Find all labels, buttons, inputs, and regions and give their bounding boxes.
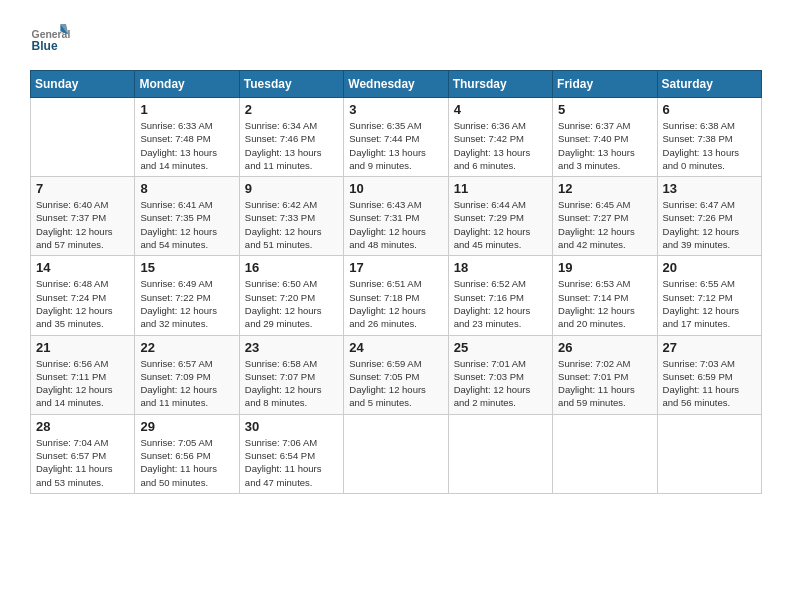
day-info: Sunrise: 6:59 AM Sunset: 7:05 PM Dayligh… bbox=[349, 357, 442, 410]
day-number: 23 bbox=[245, 340, 338, 355]
calendar-cell bbox=[657, 414, 761, 493]
day-info: Sunrise: 6:56 AM Sunset: 7:11 PM Dayligh… bbox=[36, 357, 129, 410]
calendar-cell: 15Sunrise: 6:49 AM Sunset: 7:22 PM Dayli… bbox=[135, 256, 239, 335]
day-number: 12 bbox=[558, 181, 651, 196]
calendar-cell: 11Sunrise: 6:44 AM Sunset: 7:29 PM Dayli… bbox=[448, 177, 552, 256]
day-number: 17 bbox=[349, 260, 442, 275]
calendar-cell: 5Sunrise: 6:37 AM Sunset: 7:40 PM Daylig… bbox=[553, 98, 657, 177]
day-info: Sunrise: 7:06 AM Sunset: 6:54 PM Dayligh… bbox=[245, 436, 338, 489]
calendar-cell: 19Sunrise: 6:53 AM Sunset: 7:14 PM Dayli… bbox=[553, 256, 657, 335]
calendar-cell: 22Sunrise: 6:57 AM Sunset: 7:09 PM Dayli… bbox=[135, 335, 239, 414]
day-info: Sunrise: 6:44 AM Sunset: 7:29 PM Dayligh… bbox=[454, 198, 547, 251]
day-info: Sunrise: 6:36 AM Sunset: 7:42 PM Dayligh… bbox=[454, 119, 547, 172]
day-number: 13 bbox=[663, 181, 756, 196]
calendar-cell: 3Sunrise: 6:35 AM Sunset: 7:44 PM Daylig… bbox=[344, 98, 448, 177]
day-number: 5 bbox=[558, 102, 651, 117]
day-number: 14 bbox=[36, 260, 129, 275]
logo: General Blue bbox=[30, 20, 74, 60]
day-number: 11 bbox=[454, 181, 547, 196]
day-number: 24 bbox=[349, 340, 442, 355]
day-info: Sunrise: 6:53 AM Sunset: 7:14 PM Dayligh… bbox=[558, 277, 651, 330]
day-info: Sunrise: 6:45 AM Sunset: 7:27 PM Dayligh… bbox=[558, 198, 651, 251]
day-number: 22 bbox=[140, 340, 233, 355]
calendar-cell: 18Sunrise: 6:52 AM Sunset: 7:16 PM Dayli… bbox=[448, 256, 552, 335]
day-number: 9 bbox=[245, 181, 338, 196]
day-info: Sunrise: 6:34 AM Sunset: 7:46 PM Dayligh… bbox=[245, 119, 338, 172]
day-info: Sunrise: 6:49 AM Sunset: 7:22 PM Dayligh… bbox=[140, 277, 233, 330]
day-info: Sunrise: 6:37 AM Sunset: 7:40 PM Dayligh… bbox=[558, 119, 651, 172]
calendar-cell bbox=[31, 98, 135, 177]
day-info: Sunrise: 6:33 AM Sunset: 7:48 PM Dayligh… bbox=[140, 119, 233, 172]
calendar-cell bbox=[344, 414, 448, 493]
day-info: Sunrise: 6:50 AM Sunset: 7:20 PM Dayligh… bbox=[245, 277, 338, 330]
calendar-cell bbox=[448, 414, 552, 493]
calendar-cell: 21Sunrise: 6:56 AM Sunset: 7:11 PM Dayli… bbox=[31, 335, 135, 414]
page-header: General Blue bbox=[30, 20, 762, 60]
day-info: Sunrise: 6:47 AM Sunset: 7:26 PM Dayligh… bbox=[663, 198, 756, 251]
day-info: Sunrise: 6:35 AM Sunset: 7:44 PM Dayligh… bbox=[349, 119, 442, 172]
calendar-cell bbox=[553, 414, 657, 493]
day-info: Sunrise: 6:43 AM Sunset: 7:31 PM Dayligh… bbox=[349, 198, 442, 251]
day-number: 26 bbox=[558, 340, 651, 355]
day-info: Sunrise: 6:57 AM Sunset: 7:09 PM Dayligh… bbox=[140, 357, 233, 410]
day-info: Sunrise: 6:58 AM Sunset: 7:07 PM Dayligh… bbox=[245, 357, 338, 410]
col-header-saturday: Saturday bbox=[657, 71, 761, 98]
day-number: 7 bbox=[36, 181, 129, 196]
svg-text:Blue: Blue bbox=[32, 39, 58, 53]
calendar-cell: 30Sunrise: 7:06 AM Sunset: 6:54 PM Dayli… bbox=[239, 414, 343, 493]
day-info: Sunrise: 6:40 AM Sunset: 7:37 PM Dayligh… bbox=[36, 198, 129, 251]
col-header-friday: Friday bbox=[553, 71, 657, 98]
day-number: 20 bbox=[663, 260, 756, 275]
day-number: 1 bbox=[140, 102, 233, 117]
day-info: Sunrise: 7:02 AM Sunset: 7:01 PM Dayligh… bbox=[558, 357, 651, 410]
calendar-header-row: SundayMondayTuesdayWednesdayThursdayFrid… bbox=[31, 71, 762, 98]
calendar-cell: 9Sunrise: 6:42 AM Sunset: 7:33 PM Daylig… bbox=[239, 177, 343, 256]
col-header-monday: Monday bbox=[135, 71, 239, 98]
day-number: 25 bbox=[454, 340, 547, 355]
calendar-week-2: 7Sunrise: 6:40 AM Sunset: 7:37 PM Daylig… bbox=[31, 177, 762, 256]
calendar-cell: 7Sunrise: 6:40 AM Sunset: 7:37 PM Daylig… bbox=[31, 177, 135, 256]
col-header-sunday: Sunday bbox=[31, 71, 135, 98]
day-number: 18 bbox=[454, 260, 547, 275]
day-info: Sunrise: 7:04 AM Sunset: 6:57 PM Dayligh… bbox=[36, 436, 129, 489]
calendar-cell: 24Sunrise: 6:59 AM Sunset: 7:05 PM Dayli… bbox=[344, 335, 448, 414]
calendar-week-4: 21Sunrise: 6:56 AM Sunset: 7:11 PM Dayli… bbox=[31, 335, 762, 414]
calendar-cell: 25Sunrise: 7:01 AM Sunset: 7:03 PM Dayli… bbox=[448, 335, 552, 414]
calendar-cell: 6Sunrise: 6:38 AM Sunset: 7:38 PM Daylig… bbox=[657, 98, 761, 177]
day-number: 3 bbox=[349, 102, 442, 117]
day-number: 15 bbox=[140, 260, 233, 275]
col-header-wednesday: Wednesday bbox=[344, 71, 448, 98]
calendar-cell: 1Sunrise: 6:33 AM Sunset: 7:48 PM Daylig… bbox=[135, 98, 239, 177]
day-info: Sunrise: 6:42 AM Sunset: 7:33 PM Dayligh… bbox=[245, 198, 338, 251]
calendar-cell: 23Sunrise: 6:58 AM Sunset: 7:07 PM Dayli… bbox=[239, 335, 343, 414]
day-info: Sunrise: 6:52 AM Sunset: 7:16 PM Dayligh… bbox=[454, 277, 547, 330]
day-number: 19 bbox=[558, 260, 651, 275]
calendar-cell: 13Sunrise: 6:47 AM Sunset: 7:26 PM Dayli… bbox=[657, 177, 761, 256]
day-info: Sunrise: 7:03 AM Sunset: 6:59 PM Dayligh… bbox=[663, 357, 756, 410]
day-info: Sunrise: 6:51 AM Sunset: 7:18 PM Dayligh… bbox=[349, 277, 442, 330]
calendar-cell: 8Sunrise: 6:41 AM Sunset: 7:35 PM Daylig… bbox=[135, 177, 239, 256]
calendar-table: SundayMondayTuesdayWednesdayThursdayFrid… bbox=[30, 70, 762, 494]
day-number: 28 bbox=[36, 419, 129, 434]
day-info: Sunrise: 7:05 AM Sunset: 6:56 PM Dayligh… bbox=[140, 436, 233, 489]
calendar-cell: 4Sunrise: 6:36 AM Sunset: 7:42 PM Daylig… bbox=[448, 98, 552, 177]
col-header-thursday: Thursday bbox=[448, 71, 552, 98]
calendar-cell: 16Sunrise: 6:50 AM Sunset: 7:20 PM Dayli… bbox=[239, 256, 343, 335]
day-info: Sunrise: 6:55 AM Sunset: 7:12 PM Dayligh… bbox=[663, 277, 756, 330]
calendar-week-3: 14Sunrise: 6:48 AM Sunset: 7:24 PM Dayli… bbox=[31, 256, 762, 335]
col-header-tuesday: Tuesday bbox=[239, 71, 343, 98]
calendar-cell: 26Sunrise: 7:02 AM Sunset: 7:01 PM Dayli… bbox=[553, 335, 657, 414]
day-number: 6 bbox=[663, 102, 756, 117]
day-number: 10 bbox=[349, 181, 442, 196]
day-number: 2 bbox=[245, 102, 338, 117]
day-info: Sunrise: 6:48 AM Sunset: 7:24 PM Dayligh… bbox=[36, 277, 129, 330]
calendar-cell: 12Sunrise: 6:45 AM Sunset: 7:27 PM Dayli… bbox=[553, 177, 657, 256]
calendar-cell: 17Sunrise: 6:51 AM Sunset: 7:18 PM Dayli… bbox=[344, 256, 448, 335]
calendar-cell: 29Sunrise: 7:05 AM Sunset: 6:56 PM Dayli… bbox=[135, 414, 239, 493]
calendar-week-1: 1Sunrise: 6:33 AM Sunset: 7:48 PM Daylig… bbox=[31, 98, 762, 177]
day-number: 21 bbox=[36, 340, 129, 355]
calendar-cell: 10Sunrise: 6:43 AM Sunset: 7:31 PM Dayli… bbox=[344, 177, 448, 256]
day-number: 27 bbox=[663, 340, 756, 355]
day-number: 4 bbox=[454, 102, 547, 117]
day-info: Sunrise: 6:38 AM Sunset: 7:38 PM Dayligh… bbox=[663, 119, 756, 172]
